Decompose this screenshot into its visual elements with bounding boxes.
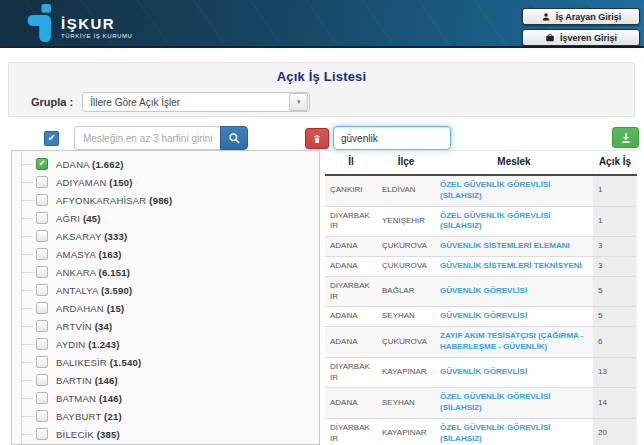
city-checkbox[interactable] bbox=[36, 410, 48, 422]
jobs-table-header-row: İl İlçe Meslek Açık İş bbox=[325, 151, 637, 176]
job-meslek-link[interactable]: GÜVENLİK SİSTEMLERİ ELEMANI bbox=[440, 241, 570, 250]
city-tree-item: BATMAN (146) bbox=[12, 389, 319, 407]
city-label[interactable]: ANKARA (6.151) bbox=[56, 267, 130, 278]
job-meslek-cell: ÖZEL GÜVENLİK GÖREVLİSİ (SİLAHSIZ) bbox=[435, 175, 593, 206]
city-checkbox[interactable] bbox=[36, 266, 48, 278]
tree-connector-line bbox=[21, 380, 33, 381]
search-button[interactable] bbox=[220, 126, 248, 150]
job-acik-is: 5 bbox=[593, 307, 637, 327]
city-label[interactable]: BALIKESİR (1.540) bbox=[56, 357, 141, 368]
iskur-logo-icon bbox=[27, 4, 53, 42]
page-title: Açık İş Listesi bbox=[9, 69, 634, 84]
job-meslek-link[interactable]: GÜVENLİK GÖREVLİSİ bbox=[440, 367, 527, 376]
city-tree-item: BAYBURT (21) bbox=[12, 407, 319, 425]
group-by-combobox[interactable]: İllere Göre Açık İşler ▼ bbox=[82, 92, 310, 112]
city-label[interactable]: ADIYAMAN (150) bbox=[56, 177, 133, 188]
job-meslek-link[interactable]: ZAYIF AKIM TESİSATÇISI (ÇAĞIRMA - HABERL… bbox=[440, 331, 583, 351]
job-meslek-link[interactable]: ÖZEL GÜVENLİK GÖREVLİSİ (SİLAHSIZ) bbox=[440, 423, 551, 443]
job-meslek-link[interactable]: GÜVENLİK GÖREVLİSİ bbox=[440, 311, 527, 320]
keyword-input[interactable] bbox=[333, 126, 451, 150]
city-tree-items: ✔ADANA (1.662)ADIYAMAN (150)AFYONKARAHİS… bbox=[12, 155, 319, 445]
job-row: DİYARBAKIRYENİŞEHİRÖZEL GÜVENLİK GÖREVLİ… bbox=[325, 206, 637, 237]
city-tree-item: ARDAHAN (15) bbox=[12, 299, 319, 317]
job-meslek-cell: ÖZEL GÜVENLİK GÖREVLİSİ (SİLAHSIZ) bbox=[435, 388, 593, 419]
city-checkbox[interactable] bbox=[36, 338, 48, 350]
city-tree-item: ADIYAMAN (150) bbox=[12, 173, 319, 191]
download-button[interactable] bbox=[612, 127, 639, 148]
job-ilce: BAĞLAR bbox=[377, 276, 435, 307]
city-label[interactable]: AKSARAY (333) bbox=[56, 231, 127, 242]
city-tree-item: AFYONKARAHİSAR (986) bbox=[12, 191, 319, 209]
city-tree-item: BİLECİK (385) bbox=[12, 425, 319, 443]
tree-connector-line bbox=[21, 416, 33, 417]
group-row: Grupla : İllere Göre Açık İşler ▼ bbox=[31, 92, 310, 112]
city-checkbox[interactable] bbox=[36, 356, 48, 368]
open-jobs-table: İl İlçe Meslek Açık İş ÇANKIRIELDİVANÖZE… bbox=[325, 150, 637, 445]
header-acik-is: Açık İş bbox=[593, 151, 637, 176]
header-il: İl bbox=[325, 151, 377, 176]
job-meslek-link[interactable]: ÖZEL GÜVENLİK GÖREVLİSİ (SİLAHSIZ) bbox=[440, 392, 551, 412]
city-label[interactable]: BATMAN (146) bbox=[56, 393, 122, 404]
job-meslek-cell: GÜVENLİK SİSTEMLERİ ELEMANI bbox=[435, 237, 593, 257]
job-meslek-cell: GÜVENLİK GÖREVLİSİ bbox=[435, 357, 593, 388]
city-checkbox[interactable] bbox=[36, 428, 48, 440]
job-meslek-link[interactable]: GÜVENLİK SİSTEMLERİ TEKNİSYENİ bbox=[440, 261, 582, 270]
chevron-down-icon[interactable]: ▼ bbox=[289, 93, 308, 111]
city-label[interactable]: ARTVİN (34) bbox=[56, 321, 112, 332]
city-tree-item: AYDIN (1.243) bbox=[12, 335, 319, 353]
tree-connector-line bbox=[21, 434, 33, 435]
job-row: ÇANKIRIELDİVANÖZEL GÜVENLİK GÖREVLİSİ (S… bbox=[325, 175, 637, 206]
city-label[interactable]: AYDIN (1.243) bbox=[56, 339, 120, 350]
city-checkbox[interactable] bbox=[36, 230, 48, 242]
job-meslek-link[interactable]: ÖZEL GÜVENLİK GÖREVLİSİ (SİLAHSIZ) bbox=[440, 180, 551, 200]
job-seeker-login-button[interactable]: İş Arayan Girişi bbox=[522, 8, 640, 25]
profession-search-input[interactable] bbox=[74, 126, 220, 150]
city-checkbox[interactable] bbox=[36, 176, 48, 188]
city-checkbox[interactable] bbox=[36, 320, 48, 332]
city-tree-item: ANKARA (6.151) bbox=[12, 263, 319, 281]
tree-connector-line bbox=[21, 254, 33, 255]
city-label[interactable]: ADANA (1.662) bbox=[56, 159, 124, 170]
city-checkbox[interactable] bbox=[36, 392, 48, 404]
city-tree-item: ARTVİN (34) bbox=[12, 317, 319, 335]
iskur-logo[interactable]: İŞKUR TÜRKİYE İŞ KURUMU bbox=[27, 4, 133, 42]
employer-login-button[interactable]: İşveren Girişi bbox=[522, 29, 640, 46]
search-icon bbox=[228, 132, 241, 145]
job-ilce: ÇUKUROVA bbox=[377, 327, 435, 358]
briefcase-icon bbox=[545, 33, 555, 43]
job-row: ADANAÇUKUROVAGÜVENLİK SİSTEMLERİ TEKNİSY… bbox=[325, 256, 637, 276]
city-label[interactable]: ANTALYA (3.590) bbox=[56, 285, 132, 296]
job-ilce: SEYHAN bbox=[377, 388, 435, 419]
job-row: ADANAÇUKUROVAZAYIF AKIM TESİSATÇISI (ÇAĞ… bbox=[325, 327, 637, 358]
city-checkbox[interactable] bbox=[36, 248, 48, 260]
city-label[interactable]: AFYONKARAHİSAR (986) bbox=[56, 195, 172, 206]
city-checkbox[interactable] bbox=[36, 284, 48, 296]
job-il: ADANA bbox=[325, 256, 377, 276]
group-by-selected-value: İllere Göre Açık İşler bbox=[83, 97, 289, 108]
job-acik-is: 5 bbox=[593, 276, 637, 307]
tree-connector-line bbox=[21, 308, 33, 309]
tree-connector-line bbox=[21, 344, 33, 345]
city-checkbox[interactable]: ✔ bbox=[36, 158, 48, 170]
city-label[interactable]: BİLECİK (385) bbox=[56, 429, 120, 440]
job-meslek-link[interactable]: GÜVENLİK GÖREVLİSİ bbox=[440, 286, 527, 295]
job-ilce: ÇUKUROVA bbox=[377, 256, 435, 276]
logo-subtitle: TÜRKİYE İŞ KURUMU bbox=[61, 33, 133, 39]
city-tree-item: AMASYA (163) bbox=[12, 245, 319, 263]
city-checkbox[interactable] bbox=[36, 212, 48, 224]
job-meslek-link[interactable]: ÖZEL GÜVENLİK GÖREVLİSİ (SİLAHSIZ) bbox=[440, 211, 551, 231]
city-label[interactable]: BAYBURT (21) bbox=[56, 411, 122, 422]
logo-text: İŞKUR TÜRKİYE İŞ KURUMU bbox=[61, 16, 133, 39]
city-checkbox[interactable] bbox=[36, 302, 48, 314]
header-ilce: İlçe bbox=[377, 151, 435, 176]
city-label[interactable]: ARDAHAN (15) bbox=[56, 303, 124, 314]
city-label[interactable]: BARTIN (146) bbox=[56, 375, 118, 386]
profession-filter-checkbox[interactable]: ✔ bbox=[44, 131, 59, 146]
clear-filter-button[interactable] bbox=[305, 128, 329, 149]
city-checkbox[interactable] bbox=[36, 194, 48, 206]
job-row: DİYARBAKIRBAĞLARGÜVENLİK GÖREVLİSİ5 bbox=[325, 276, 637, 307]
city-label[interactable]: AMASYA (163) bbox=[56, 249, 122, 260]
job-meslek-cell: ZAYIF AKIM TESİSATÇISI (ÇAĞIRMA - HABERL… bbox=[435, 327, 593, 358]
city-label[interactable]: AĞRI (45) bbox=[56, 213, 101, 224]
city-checkbox[interactable] bbox=[36, 374, 48, 386]
